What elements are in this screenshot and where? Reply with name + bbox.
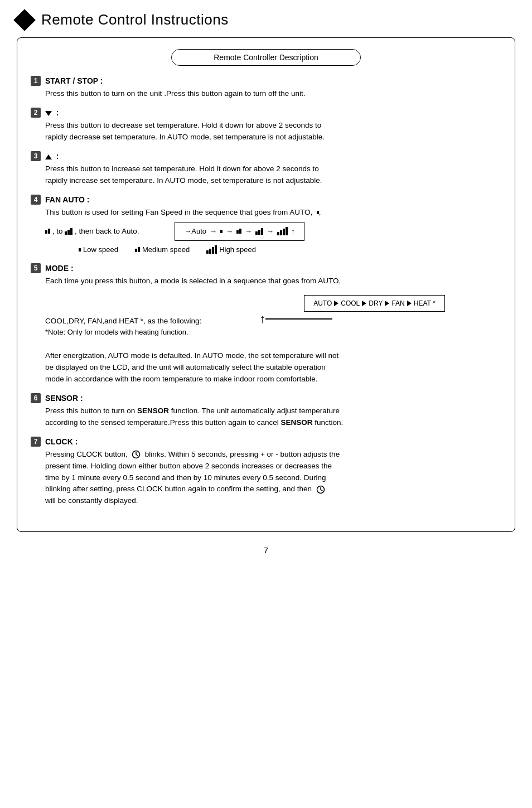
section-1-body: Press this button to turn on the unit .P… xyxy=(31,88,501,100)
fan-d4 xyxy=(277,227,288,235)
section-1-num: 1 xyxy=(31,76,41,86)
down-arrow-icon xyxy=(45,111,52,116)
sensor-bold-2: SENSOR xyxy=(281,418,313,427)
low-speed-item: Low speed xyxy=(79,244,118,255)
high-speed-icon xyxy=(206,245,217,254)
section-1-header: 1 START / STOP : xyxy=(31,76,501,86)
mode-back-line xyxy=(265,318,332,320)
section-2-body: Press this button to decrease set temper… xyxy=(31,120,501,143)
fan-d3 xyxy=(255,228,263,235)
mode-arrow-3 xyxy=(385,301,389,306)
section-7-body: Pressing CLOCK button, blinks. Within 5 … xyxy=(31,449,501,507)
section-4-num: 4 xyxy=(31,195,41,205)
section-3-body: Press this button to increase set temper… xyxy=(31,163,501,187)
section-7-title: CLOCK : xyxy=(45,437,78,446)
fan-d2 xyxy=(236,229,241,234)
section-4-header: 4 FAN AUTO : xyxy=(31,195,501,205)
mode-auto: AUTO xyxy=(313,298,332,309)
fan-icon-med-inline xyxy=(45,229,50,234)
diamond-icon xyxy=(13,9,36,31)
sensor-bold-1: SENSOR xyxy=(137,407,169,415)
section-5-title: MODE : xyxy=(45,264,74,273)
low-speed-icon xyxy=(79,248,81,251)
high-speed-item: High speed xyxy=(206,244,256,255)
section-3-num: 3 xyxy=(31,151,41,161)
fan-auto-diagram: →Auto → → → → ↑ xyxy=(175,222,304,241)
section-6-body: Press this button to turn on SENSOR func… xyxy=(31,405,501,429)
mode-cool: COOL xyxy=(341,298,360,309)
section-3: 3 : Press this button to increase set te… xyxy=(31,151,501,187)
section-5-body: Each time you press this button, a mode … xyxy=(31,275,501,385)
section-3-title: : xyxy=(45,152,59,161)
section-5-num: 5 xyxy=(31,263,41,273)
med-speed-label: Medium speed xyxy=(142,244,190,255)
section-2-num: 2 xyxy=(31,108,41,118)
mode-sequence-row: AUTO COOL DRY FAN HEAT * xyxy=(313,298,436,309)
section-7-header: 7 CLOCK : xyxy=(31,437,501,447)
mode-arrow-2 xyxy=(362,301,366,306)
clock-icon-inline-2 xyxy=(316,485,325,494)
page-title: Remote Control Instructions xyxy=(41,11,229,28)
arrow-auto-label: →Auto xyxy=(184,226,206,237)
section-6-num: 6 xyxy=(31,393,41,403)
up-arrow-icon xyxy=(45,154,52,159)
section-6-header: 6 SENSOR : xyxy=(31,393,501,403)
description-label: Remote Controller Description xyxy=(171,49,361,66)
mode-note: *Note: Only for models with heating func… xyxy=(45,328,188,336)
med-speed-item: Medium speed xyxy=(135,244,190,255)
section-2-title: : xyxy=(45,108,59,117)
main-content-box: Remote Controller Description 1 START / … xyxy=(17,37,515,532)
mode-arrow-4 xyxy=(407,301,412,306)
section-6-title: SENSOR : xyxy=(45,394,83,403)
mode-arrow-1 xyxy=(334,301,338,306)
high-speed-label: High speed xyxy=(219,244,256,255)
section-4-title: FAN AUTO : xyxy=(45,195,89,204)
med-speed-icon xyxy=(135,247,140,252)
section-1-title: START / STOP : xyxy=(45,76,103,85)
mode-back-arrow: ↑ xyxy=(259,313,265,325)
section-2: 2 : Press this button to decrease set te… xyxy=(31,108,501,143)
section-5-header: 5 MODE : xyxy=(31,263,501,273)
section-2-header: 2 : xyxy=(31,108,501,118)
section-7: 7 CLOCK : Pressing CLOCK button, blinks.… xyxy=(31,437,501,507)
mode-dry: DRY xyxy=(369,298,383,309)
page-number: 7 xyxy=(17,545,515,555)
fan-icon-low-inline xyxy=(317,211,319,214)
fan-icon-high-inline xyxy=(65,228,72,235)
clock-icon-inline xyxy=(132,450,141,459)
mode-back-arrow-row: ↑ xyxy=(259,313,445,325)
back-arrow-diag: ↑ xyxy=(291,226,295,237)
section-7-num: 7 xyxy=(31,437,41,447)
section-4-body: This button is used for setting Fan Spee… xyxy=(31,207,501,255)
low-speed-label: Low speed xyxy=(83,244,118,255)
mode-diagram-container: AUTO COOL DRY FAN HEAT * ↑ xyxy=(248,292,445,326)
page-header: Remote Control Instructions xyxy=(17,11,515,28)
section-5: 5 MODE : Each time you press this button… xyxy=(31,263,501,385)
fan-d1 xyxy=(220,230,223,233)
section-1: 1 START / STOP : Press this button to tu… xyxy=(31,76,501,100)
section-6: 6 SENSOR : Press this button to turn on … xyxy=(31,393,501,429)
mode-cycle-box: AUTO COOL DRY FAN HEAT * xyxy=(304,295,445,312)
section-3-header: 3 : xyxy=(31,151,501,161)
mode-fan: FAN xyxy=(391,298,404,309)
speed-legend: Low speed Medium speed High speed xyxy=(79,244,501,255)
mode-heat: HEAT * xyxy=(414,298,436,309)
section-4: 4 FAN AUTO : This button is used for set… xyxy=(31,195,501,255)
